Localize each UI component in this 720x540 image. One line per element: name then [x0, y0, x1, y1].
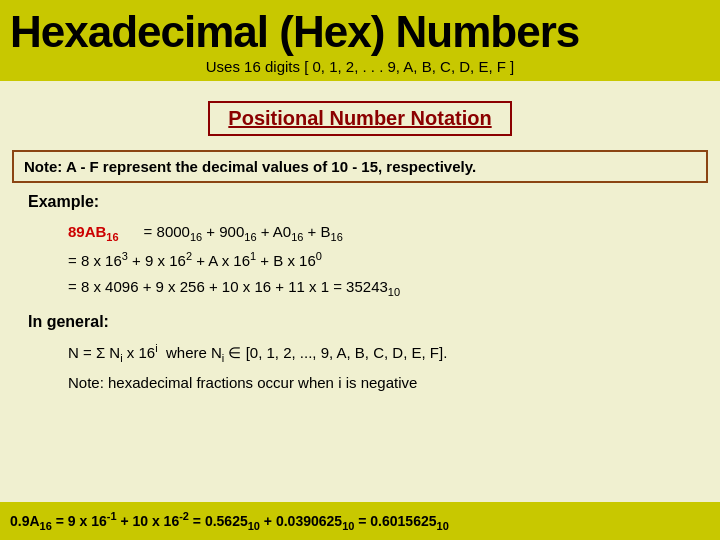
- subtitle: Uses 16 digits [ 0, 1, 2, . . . 9, A, B,…: [10, 58, 710, 75]
- hex-value: 89AB16: [68, 223, 119, 240]
- general-label: In general:: [28, 313, 708, 331]
- example-content: 89AB16 = 800016 + 90016 + A016 + B16 = 8…: [68, 219, 708, 301]
- general-note1: Note: hexadecimal fractions occur when i…: [68, 369, 708, 396]
- bottom-formula: 0.9A16 = 9 x 16-1 + 10 x 16-2 = 0.562510…: [10, 513, 449, 529]
- example-section: Example: 89AB16 = 800016 + 90016 + A016 …: [28, 193, 708, 301]
- positional-box: Positional Number Notation: [208, 101, 511, 136]
- example-line-1: 89AB16 = 800016 + 90016 + A016 + B16: [68, 219, 708, 247]
- content-area: Positional Number Notation Note: A - F r…: [0, 81, 720, 404]
- example-line-2: = 8 x 163 + 9 x 162 + A x 161 + B x 160: [68, 247, 708, 274]
- general-formula: N = Σ Ni x 16i where Ni ∈ [0, 1, 2, ...,…: [68, 339, 708, 369]
- example-label: Example:: [28, 193, 708, 211]
- general-content: N = Σ Ni x 16i where Ni ∈ [0, 1, 2, ...,…: [68, 339, 708, 396]
- main-title: Hexadecimal (Hex) Numbers: [10, 8, 710, 56]
- general-section: In general: N = Σ Ni x 16i where Ni ∈ [0…: [28, 313, 708, 396]
- title-bar: Hexadecimal (Hex) Numbers Uses 16 digits…: [0, 0, 720, 81]
- example-line-3: = 8 x 4096 + 9 x 256 + 10 x 16 + 11 x 1 …: [68, 274, 708, 302]
- bottom-bar: 0.9A16 = 9 x 16-1 + 10 x 16-2 = 0.562510…: [0, 502, 720, 540]
- note-box: Note: A - F represent the decimal values…: [12, 150, 708, 183]
- positional-header-row: Positional Number Notation: [12, 95, 708, 144]
- note-text: Note: A - F represent the decimal values…: [24, 158, 476, 175]
- eq-spaces: = 800016 + 90016 + A016 + B16: [123, 223, 343, 240]
- positional-title: Positional Number Notation: [228, 107, 491, 130]
- page-wrapper: Hexadecimal (Hex) Numbers Uses 16 digits…: [0, 0, 720, 540]
